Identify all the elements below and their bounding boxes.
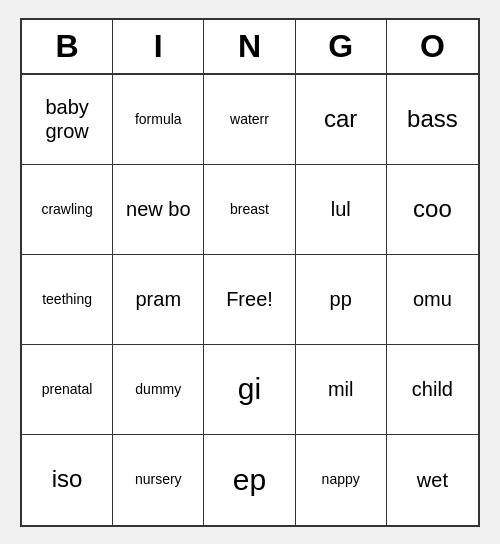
bingo-cell: teething (22, 255, 113, 345)
cell-text: iso (52, 465, 83, 494)
cell-text: car (324, 105, 357, 134)
cell-text: bass (407, 105, 458, 134)
bingo-cell: omu (387, 255, 478, 345)
bingo-cell: gi (204, 345, 295, 435)
bingo-cell: ep (204, 435, 295, 525)
cell-text: coo (413, 195, 452, 224)
bingo-cell: formula (113, 75, 204, 165)
cell-text: nappy (322, 471, 360, 488)
bingo-cell: lul (296, 165, 387, 255)
cell-text: baby grow (26, 95, 108, 143)
bingo-cell: bass (387, 75, 478, 165)
bingo-cell: Free! (204, 255, 295, 345)
bingo-grid: baby growformulawaterrcarbasscrawlingnew… (22, 75, 478, 525)
bingo-cell: waterr (204, 75, 295, 165)
cell-text: nursery (135, 471, 182, 488)
bingo-cell: pram (113, 255, 204, 345)
cell-text: pp (330, 287, 352, 311)
cell-text: prenatal (42, 381, 93, 398)
cell-text: child (412, 377, 453, 401)
bingo-cell: baby grow (22, 75, 113, 165)
cell-text: mil (328, 377, 354, 401)
cell-text: new bo (126, 197, 191, 221)
header-cell: N (204, 20, 295, 73)
cell-text: formula (135, 111, 182, 128)
cell-text: dummy (135, 381, 181, 398)
bingo-cell: child (387, 345, 478, 435)
bingo-cell: wet (387, 435, 478, 525)
bingo-cell: coo (387, 165, 478, 255)
bingo-cell: nappy (296, 435, 387, 525)
cell-text: breast (230, 201, 269, 218)
bingo-cell: prenatal (22, 345, 113, 435)
header-cell: I (113, 20, 204, 73)
cell-text: ep (233, 462, 266, 498)
cell-text: gi (238, 371, 261, 407)
cell-text: omu (413, 287, 452, 311)
cell-text: pram (136, 287, 182, 311)
header-cell: B (22, 20, 113, 73)
bingo-cell: breast (204, 165, 295, 255)
bingo-cell: mil (296, 345, 387, 435)
cell-text: waterr (230, 111, 269, 128)
bingo-header: BINGO (22, 20, 478, 75)
cell-text: wet (417, 468, 448, 492)
bingo-card: BINGO baby growformulawaterrcarbasscrawl… (20, 18, 480, 527)
bingo-cell: dummy (113, 345, 204, 435)
bingo-cell: nursery (113, 435, 204, 525)
cell-text: crawling (41, 201, 92, 218)
bingo-cell: new bo (113, 165, 204, 255)
cell-text: lul (331, 197, 351, 221)
bingo-cell: crawling (22, 165, 113, 255)
bingo-cell: car (296, 75, 387, 165)
header-cell: G (296, 20, 387, 73)
cell-text: Free! (226, 287, 273, 311)
cell-text: teething (42, 291, 92, 308)
bingo-cell: iso (22, 435, 113, 525)
header-cell: O (387, 20, 478, 73)
bingo-cell: pp (296, 255, 387, 345)
